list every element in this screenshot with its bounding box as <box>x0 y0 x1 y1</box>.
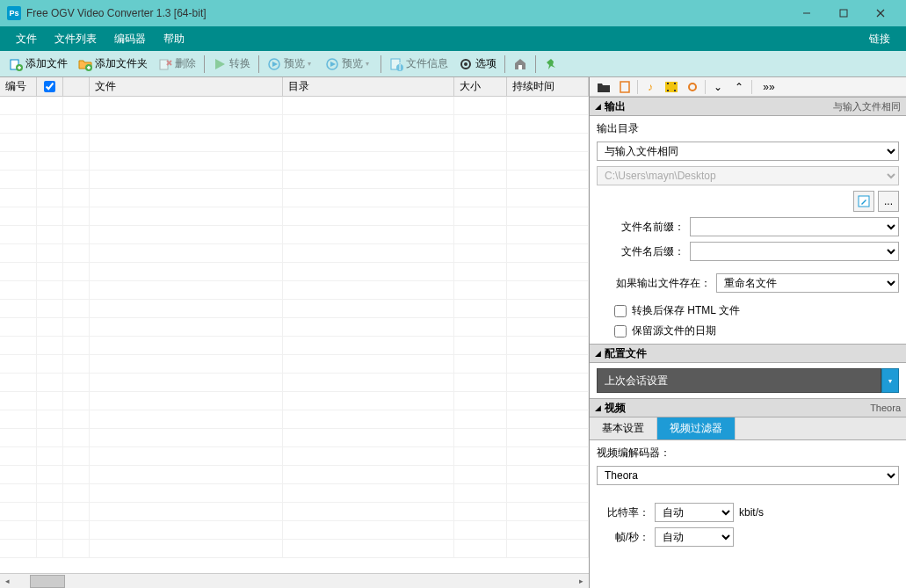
save-html-checkbox[interactable] <box>614 305 627 317</box>
col-icon[interactable] <box>63 77 90 96</box>
pin-button[interactable] <box>539 54 563 74</box>
codec-label: 视频编解码器： <box>597 446 899 461</box>
minimize-button[interactable] <box>788 0 825 26</box>
codec-select[interactable]: Theora <box>597 466 899 485</box>
toolbar: 添加文件 添加文件夹 删除 转换 预览 ▾ 预览 ▾ i 文件信息 选项 <box>0 51 906 77</box>
output-dir-select[interactable]: 与输入文件相同 <box>597 142 899 161</box>
document-icon[interactable] <box>614 78 635 96</box>
keep-date-checkbox[interactable] <box>614 325 627 338</box>
chevron-up-icon[interactable]: ⌃ <box>728 78 750 96</box>
gear-icon[interactable] <box>682 78 703 96</box>
collapse-icon: ◢ <box>595 349 601 358</box>
settings-pane: ♪ ⌄ ⌃ »» ◢ 输出 与输入文件相同 输出目录 与输入文件相同 C:\Us… <box>590 77 906 588</box>
svg-point-23 <box>464 62 467 66</box>
menubar: 文件 文件列表 编码器 帮助 链接 <box>0 26 906 51</box>
section-video-header[interactable]: ◢ 视频 Theora <box>590 398 906 417</box>
select-all-checkbox[interactable] <box>44 81 55 92</box>
section-output-header[interactable]: ◢ 输出 与输入文件相同 <box>590 97 906 116</box>
scroll-thumb[interactable] <box>30 575 65 588</box>
convert-button[interactable]: 转换 <box>207 54 256 74</box>
fps-label: 帧/秒： <box>597 530 649 545</box>
prefix-select[interactable] <box>690 217 899 236</box>
svg-text:i: i <box>399 61 402 71</box>
delete-label: 删除 <box>175 56 196 71</box>
maximize-button[interactable] <box>825 0 862 26</box>
menu-filelist[interactable]: 文件列表 <box>46 28 105 50</box>
edit-path-button[interactable] <box>853 191 874 212</box>
suffix-select[interactable] <box>690 242 899 261</box>
svg-rect-27 <box>667 83 669 84</box>
menu-help[interactable]: 帮助 <box>155 28 193 50</box>
profile-dropdown-button[interactable]: ▾ <box>881 368 899 393</box>
pin-icon <box>544 57 558 71</box>
fps-select[interactable]: 自动 <box>655 527 734 547</box>
keep-date-label: 保留源文件的日期 <box>632 323 716 338</box>
horizontal-scrollbar[interactable]: ◂ ▸ <box>0 573 589 588</box>
settings-toolbar: ♪ ⌄ ⌃ »» <box>590 77 906 97</box>
music-icon[interactable]: ♪ <box>640 78 661 96</box>
add-folder-button[interactable]: 添加文件夹 <box>73 54 153 74</box>
col-no[interactable]: 编号 <box>0 77 37 96</box>
scroll-right-icon[interactable]: ▸ <box>574 574 589 589</box>
svg-rect-24 <box>518 65 522 69</box>
bitrate-select[interactable]: 自动 <box>655 503 734 522</box>
menu-file[interactable]: 文件 <box>7 28 46 50</box>
add-file-icon <box>9 57 23 71</box>
menu-encoder[interactable]: 编码器 <box>105 28 155 50</box>
svg-rect-25 <box>620 82 629 92</box>
chevron-down-icon: ▾ <box>366 60 373 68</box>
col-file[interactable]: 文件 <box>90 77 283 96</box>
scroll-left-icon[interactable]: ◂ <box>0 574 15 589</box>
file-grid[interactable]: 编号 文件 目录 大小 持续时间 <box>0 77 589 573</box>
preview-icon <box>325 57 339 71</box>
chevron-down-icon: ▾ <box>308 60 315 68</box>
preview2-button[interactable]: 预览 ▾ <box>320 54 378 74</box>
options-label: 选项 <box>475 56 496 71</box>
section-output-summary: 与输入文件相同 <box>833 100 901 113</box>
more-icon[interactable]: »» <box>754 78 784 96</box>
section-profile-body: 上次会话设置 ▾ <box>590 363 906 398</box>
film-icon[interactable] <box>661 78 682 96</box>
add-file-button[interactable]: 添加文件 <box>4 54 73 74</box>
bitrate-unit: kbit/s <box>739 506 764 519</box>
app-logo-icon: Ps <box>7 6 21 20</box>
home-icon <box>513 57 527 71</box>
add-folder-label: 添加文件夹 <box>95 56 148 71</box>
prefix-label: 文件名前缀： <box>597 220 685 235</box>
convert-label: 转换 <box>229 56 250 71</box>
col-size[interactable]: 大小 <box>454 77 507 96</box>
profile-combo[interactable]: 上次会话设置 ▾ <box>597 368 899 393</box>
browse-button[interactable]: ... <box>878 191 899 212</box>
preview1-label: 预览 <box>284 56 305 71</box>
delete-icon <box>158 57 172 71</box>
file-info-label: 文件信息 <box>406 56 448 71</box>
save-html-label: 转换后保存 HTML 文件 <box>632 303 740 318</box>
folder-icon[interactable] <box>593 78 614 96</box>
col-duration[interactable]: 持续时间 <box>507 77 589 96</box>
close-button[interactable] <box>862 0 899 26</box>
section-video-body: 视频编解码器： Theora 比特率： 自动 kbit/s 帧/秒： 自动 <box>590 440 906 552</box>
play-icon <box>213 57 227 71</box>
svg-point-31 <box>689 83 696 91</box>
section-video-summary: Theora <box>870 403 901 413</box>
options-button[interactable]: 选项 <box>453 54 502 74</box>
tab-basic[interactable]: 基本设置 <box>590 417 657 439</box>
delete-button[interactable]: 删除 <box>153 54 201 74</box>
col-dir[interactable]: 目录 <box>283 77 454 96</box>
svg-marker-18 <box>330 62 336 67</box>
home-button[interactable] <box>508 54 533 74</box>
exists-select[interactable]: 重命名文件 <box>716 273 899 293</box>
menu-link[interactable]: 链接 <box>860 28 899 50</box>
section-profile-header[interactable]: ◢ 配置文件 <box>590 344 906 363</box>
col-check[interactable] <box>37 77 63 96</box>
section-output-title: 输出 <box>605 99 626 114</box>
grid-body <box>0 97 589 558</box>
grid-header: 编号 文件 目录 大小 持续时间 <box>0 77 589 97</box>
file-info-button[interactable]: i 文件信息 <box>384 54 453 74</box>
output-path-field[interactable]: C:\Users\mayn\Desktop <box>597 166 899 185</box>
tab-filter[interactable]: 视频过滤器 <box>657 417 736 439</box>
chevron-down-icon[interactable]: ⌄ <box>707 78 728 96</box>
preview1-button[interactable]: 预览 ▾ <box>262 54 320 74</box>
section-profile-title: 配置文件 <box>605 346 647 361</box>
window-title: Free OGV Video Converter 1.3 [64-bit] <box>26 7 788 19</box>
